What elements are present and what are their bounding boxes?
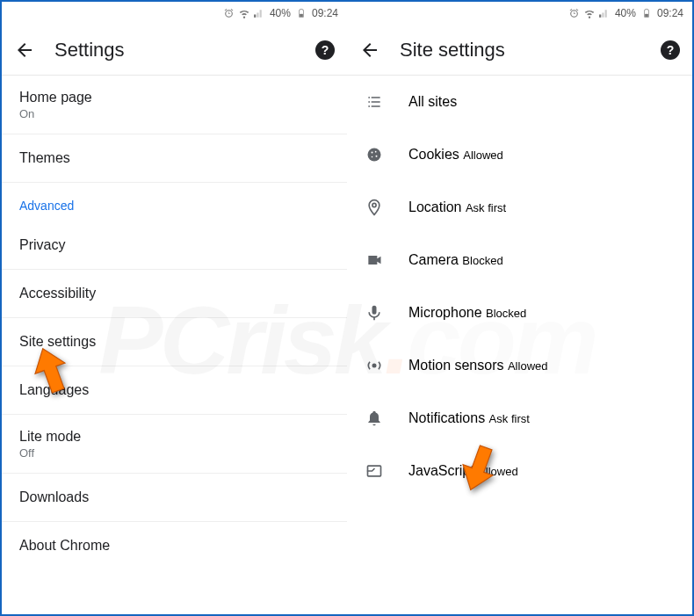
row-label: Lite mode — [19, 429, 81, 445]
row-label: JavaScript — [408, 463, 474, 478]
clock: 09:24 — [657, 7, 683, 19]
help-icon: ? — [322, 43, 329, 57]
settings-panel: 40% 09:24 Settings ? Home page On Themes… — [2, 2, 347, 614]
status-bar: 40% 09:24 — [347, 2, 692, 25]
svg-point-6 — [372, 156, 373, 158]
row-downloads[interactable]: Downloads — [2, 474, 347, 522]
row-sublabel: Allowed — [478, 465, 518, 478]
list-icon — [365, 92, 384, 112]
row-lite-mode[interactable]: Lite mode Off — [2, 415, 347, 474]
row-label: Camera — [408, 252, 459, 267]
row-themes[interactable]: Themes — [2, 134, 347, 183]
help-button[interactable]: ? — [661, 40, 680, 60]
site-settings-list: All sites Cookies Allowed Location Ask f… — [347, 76, 692, 614]
row-privacy[interactable]: Privacy — [2, 221, 347, 270]
wifi-icon — [238, 7, 250, 19]
row-camera[interactable]: Camera Blocked — [347, 234, 692, 286]
section-advanced: Advanced — [2, 183, 347, 221]
back-button[interactable] — [359, 40, 380, 61]
row-sublabel: Allowed — [508, 359, 548, 373]
bell-icon — [365, 409, 384, 428]
row-about-chrome[interactable]: About Chrome — [2, 522, 347, 569]
battery-pct: 40% — [615, 7, 636, 19]
row-label: Accessibility — [19, 286, 96, 301]
signal-icon — [253, 7, 265, 19]
svg-point-4 — [375, 151, 377, 153]
alarm-icon — [568, 7, 581, 19]
row-sublabel: Allowed — [463, 149, 503, 162]
row-all-sites[interactable]: All sites — [347, 76, 692, 128]
row-notifications[interactable]: Notifications Ask first — [347, 392, 692, 445]
battery-icon — [640, 7, 653, 19]
row-label: Motion sensors — [408, 358, 504, 373]
row-home-page[interactable]: Home page On — [2, 76, 347, 134]
row-microphone[interactable]: Microphone Blocked — [347, 286, 692, 339]
row-label: Site settings — [19, 334, 96, 350]
row-motion-sensors[interactable]: Motion sensors Allowed — [347, 339, 692, 392]
help-icon: ? — [667, 43, 675, 57]
site-settings-panel: 40% 09:24 Site settings ? All sites Cook… — [347, 2, 692, 614]
row-label: Cookies — [408, 147, 459, 162]
wifi-icon — [583, 7, 596, 19]
svg-point-8 — [372, 364, 375, 366]
svg-point-3 — [372, 152, 373, 154]
settings-list: Home page On Themes Advanced Privacy Acc… — [2, 76, 347, 614]
row-sublabel: Blocked — [486, 307, 526, 320]
row-sublabel: On — [19, 107, 92, 120]
alarm-icon — [223, 7, 235, 19]
battery-icon — [295, 7, 307, 19]
app-bar: Settings ? — [2, 25, 347, 76]
row-label: Microphone — [408, 305, 482, 320]
row-languages[interactable]: Languages — [2, 366, 347, 415]
row-sublabel: Ask first — [466, 201, 506, 214]
row-label: Notifications — [408, 410, 485, 425]
row-accessibility[interactable]: Accessibility — [2, 270, 347, 318]
clock: 09:24 — [312, 7, 338, 19]
page-title: Site settings — [400, 39, 641, 62]
javascript-icon — [365, 461, 384, 481]
cookie-icon — [365, 145, 384, 164]
page-title: Settings — [54, 39, 296, 62]
svg-rect-1 — [645, 14, 648, 17]
svg-rect-0 — [300, 14, 303, 17]
svg-point-7 — [372, 203, 376, 207]
row-label: Privacy — [19, 237, 65, 253]
row-sublabel: Off — [19, 446, 81, 460]
row-label: Themes — [19, 150, 70, 166]
camera-icon — [365, 250, 384, 270]
back-button[interactable] — [14, 40, 35, 61]
row-location[interactable]: Location Ask first — [347, 181, 692, 234]
row-sublabel: Blocked — [462, 254, 502, 267]
row-label: Downloads — [19, 489, 89, 505]
svg-point-2 — [368, 149, 381, 162]
help-button[interactable]: ? — [315, 40, 335, 60]
row-site-settings[interactable]: Site settings — [2, 318, 347, 366]
row-sublabel: Ask first — [489, 412, 530, 425]
battery-pct: 40% — [270, 7, 291, 19]
mic-icon — [365, 303, 384, 322]
row-label: Languages — [19, 382, 89, 398]
row-javascript[interactable]: JavaScript Allowed — [347, 445, 692, 497]
app-bar: Site settings ? — [347, 25, 692, 76]
row-label: About Chrome — [19, 538, 110, 554]
status-bar: 40% 09:24 — [2, 2, 347, 25]
svg-point-5 — [376, 156, 378, 157]
row-label: Home page — [19, 90, 92, 105]
row-cookies[interactable]: Cookies Allowed — [347, 128, 692, 181]
signal-icon — [598, 7, 611, 19]
row-label: Location — [408, 199, 462, 214]
motion-icon — [365, 356, 384, 375]
row-label: All sites — [408, 94, 457, 109]
location-icon — [365, 198, 384, 217]
